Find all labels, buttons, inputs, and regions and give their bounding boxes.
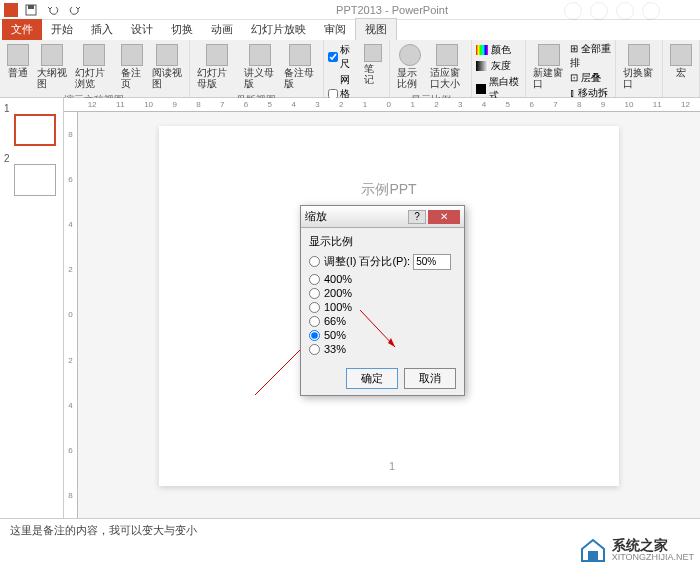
zoom-group-label: 显示比例 [309, 234, 456, 249]
percent-label: 百分比(P): [359, 254, 410, 269]
menu-transitions[interactable]: 切换 [162, 19, 202, 40]
menubar: 文件 开始 插入 设计 切换 动画 幻灯片放映 审阅 视图 [0, 20, 700, 40]
undo-icon[interactable] [44, 2, 62, 18]
switch-windows-button[interactable]: 切换窗口 [620, 42, 658, 93]
dialog-help-button[interactable]: ? [408, 210, 426, 224]
menu-animations[interactable]: 动画 [202, 19, 242, 40]
dialog-title-text: 缩放 [305, 209, 327, 224]
ribbon: 普通 大纲视图 幻灯片浏览 备注页 阅读视图 演示文稿视图 幻灯片母版 讲义母版… [0, 40, 700, 98]
menu-design[interactable]: 设计 [122, 19, 162, 40]
menu-review[interactable]: 审阅 [315, 19, 355, 40]
handout-master-button[interactable]: 讲义母版 [241, 42, 279, 91]
zoom-fit-radio[interactable]: 调整(I) [309, 253, 356, 270]
zoom-33-radio[interactable]: 33% [309, 342, 456, 356]
menu-file[interactable]: 文件 [2, 19, 42, 40]
macros-button[interactable]: 宏 [667, 42, 695, 93]
ruler-checkbox[interactable]: 标尺 [328, 42, 360, 72]
thumbnail-panel: 1 2 [0, 98, 64, 518]
save-icon[interactable] [22, 2, 40, 18]
zoom-50-radio[interactable]: 50% [309, 328, 456, 342]
percent-input[interactable] [413, 254, 451, 270]
view-notes-button[interactable]: 备注页 [118, 42, 147, 91]
redo-icon[interactable] [66, 2, 84, 18]
ok-button[interactable]: 确定 [346, 368, 398, 389]
powerpoint-icon [4, 3, 18, 17]
zoom-button[interactable]: 显示比例 [394, 42, 424, 91]
notes-master-button[interactable]: 备注母版 [281, 42, 319, 91]
slide-title-text: 示例PPT [159, 181, 619, 199]
cancel-button[interactable]: 取消 [404, 368, 456, 389]
zoom-200-radio[interactable]: 200% [309, 286, 456, 300]
ruler-horizontal: 1211109876543210123456789101112 [64, 98, 700, 112]
slide-master-button[interactable]: 幻灯片母版 [194, 42, 240, 91]
menu-insert[interactable]: 插入 [82, 19, 122, 40]
grayscale-mode-button[interactable]: 灰度 [476, 58, 521, 74]
view-outline-button[interactable]: 大纲视图 [34, 42, 70, 91]
zoom-66-radio[interactable]: 66% [309, 314, 456, 328]
watermark-name: 系统之家 [612, 538, 694, 552]
svg-rect-1 [28, 5, 34, 9]
watermark-icon [578, 537, 608, 563]
watermark-url: XITONGZHIJIA.NET [612, 552, 694, 562]
arrange-all-button[interactable]: ⊞ 全部重排 [570, 42, 611, 70]
slide-thumb-1[interactable]: 1 [4, 102, 58, 146]
menu-view[interactable]: 视图 [355, 18, 397, 40]
view-reading-button[interactable]: 阅读视图 [149, 42, 185, 91]
color-mode-button[interactable]: 颜色 [476, 42, 521, 58]
page-number: 1 [389, 460, 395, 472]
watermark: 系统之家 XITONGZHIJIA.NET [578, 537, 694, 563]
zoom-dialog: 缩放 ? ✕ 显示比例 调整(I) 百分比(P): 400% 200% 100%… [300, 205, 465, 396]
view-sorter-button[interactable]: 幻灯片浏览 [72, 42, 116, 91]
cascade-button[interactable]: ⊡ 层叠 [570, 71, 611, 85]
ruler-vertical: 864202468 [64, 112, 78, 518]
view-normal-button[interactable]: 普通 [4, 42, 32, 91]
zoom-100-radio[interactable]: 100% [309, 300, 456, 314]
dialog-close-button[interactable]: ✕ [428, 210, 460, 224]
menu-slideshow[interactable]: 幻灯片放映 [242, 19, 315, 40]
menu-home[interactable]: 开始 [42, 19, 82, 40]
svg-rect-6 [588, 551, 598, 561]
zoom-400-radio[interactable]: 400% [309, 272, 456, 286]
slide-thumb-2[interactable]: 2 [4, 152, 58, 196]
fit-window-button[interactable]: 适应窗口大小 [427, 42, 467, 91]
